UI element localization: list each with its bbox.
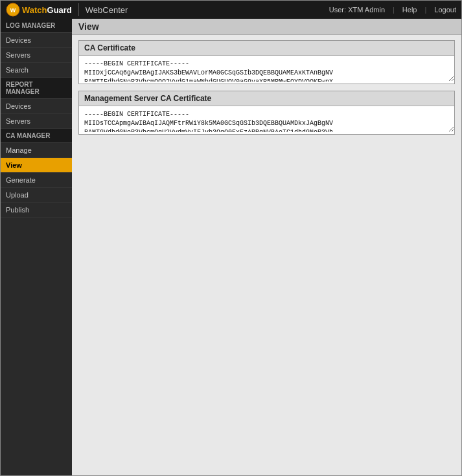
user-label: User: XTM Admin: [329, 6, 385, 14]
sidebar-item-upload[interactable]: Upload: [1, 188, 72, 203]
sidebar-item-devices-log[interactable]: Devices: [1, 33, 72, 48]
ca-certificate-title: CA Certificate: [79, 41, 454, 56]
report-manager-header: REPORT MANAGER: [1, 78, 72, 99]
content-body: CA Certificate Management Server CA Cert…: [72, 35, 461, 475]
topbar: W WatchGuard WebCenter User: XTM Admin |…: [1, 1, 461, 19]
logo-watch-text: Watch: [22, 5, 47, 15]
topbar-right-links: User: XTM Admin | Help | Logout: [329, 6, 456, 14]
sidebar-item-devices-report[interactable]: Devices: [1, 99, 72, 114]
ca-manager-header: CA MANAGER: [1, 129, 72, 143]
webcenter-label: WebCenter: [86, 5, 128, 15]
sidebar-item-generate[interactable]: Generate: [1, 173, 72, 188]
help-link[interactable]: Help: [402, 6, 417, 14]
topbar-divider3: |: [424, 6, 426, 14]
svg-text:W: W: [10, 7, 16, 14]
logo: W WatchGuard: [6, 3, 72, 17]
logout-link[interactable]: Logout: [434, 6, 456, 14]
ca-certificate-section: CA Certificate: [78, 40, 455, 84]
logo-guard-text: Guard: [47, 5, 72, 15]
mgmt-ca-certificate-title: Management Server CA Certificate: [79, 91, 454, 106]
topbar-divider2: |: [393, 6, 395, 14]
watchguard-logo: W WatchGuard: [6, 3, 72, 17]
mgmt-ca-certificate-content[interactable]: [79, 106, 454, 132]
sidebar-item-manage[interactable]: Manage: [1, 143, 72, 158]
content-header: View: [72, 19, 461, 35]
mgmt-ca-certificate-section: Management Server CA Certificate: [78, 91, 455, 135]
content-area: View CA Certificate Management Server CA…: [72, 19, 461, 475]
sidebar-item-view[interactable]: View: [1, 158, 72, 173]
sidebar-item-servers-report[interactable]: Servers: [1, 114, 72, 129]
topbar-divider: [78, 3, 79, 16]
log-manager-header: LOG MANAGER: [1, 19, 72, 33]
sidebar-item-publish[interactable]: Publish: [1, 203, 72, 218]
sidebar-item-search[interactable]: Search: [1, 63, 72, 78]
ca-certificate-content[interactable]: [79, 56, 454, 82]
sidebar-item-servers-log[interactable]: Servers: [1, 48, 72, 63]
sidebar: LOG MANAGER Devices Servers Search REPOR…: [1, 19, 72, 475]
main-layout: LOG MANAGER Devices Servers Search REPOR…: [1, 19, 461, 475]
